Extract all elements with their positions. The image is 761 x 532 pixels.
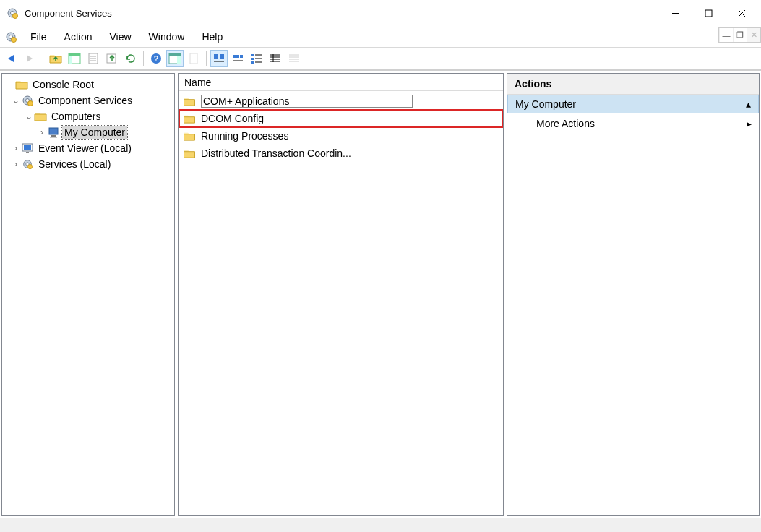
tree-component-services[interactable]: ⌄ Component Services <box>4 93 173 108</box>
status-bar <box>0 518 761 532</box>
tree-computers[interactable]: ⌄ Computers <box>4 108 173 124</box>
menu-bar: File Action View Window Help — ❐ ✕ <box>0 26 761 48</box>
minimize-button[interactable] <box>658 1 692 25</box>
tree-label: My Computer <box>62 126 127 139</box>
view-detail2-button <box>285 50 303 67</box>
mdi-minimize[interactable]: — <box>719 28 733 42</box>
tree-label: Console Root <box>30 78 96 91</box>
actions-item-label: More Actions <box>536 118 595 129</box>
app-icon <box>6 7 19 20</box>
menu-help[interactable]: Help <box>193 28 231 46</box>
tree-services-local[interactable]: › Services (Local) <box>4 156 173 172</box>
list-column-header-name[interactable]: Name <box>179 74 503 91</box>
view-large-icons-button[interactable] <box>210 50 228 67</box>
list-item-label: DCOM Config <box>201 113 264 124</box>
tree-label: Computers <box>49 110 103 123</box>
menu-action[interactable]: Action <box>56 28 101 46</box>
folder-icon <box>183 130 196 142</box>
menu-window[interactable]: Window <box>140 28 194 46</box>
expander-icon[interactable]: ⌄ <box>24 111 34 121</box>
folder-icon <box>183 147 196 159</box>
svg-rect-24 <box>169 53 181 56</box>
menu-view[interactable]: View <box>100 28 139 46</box>
tree-label: Event Viewer (Local) <box>36 142 134 155</box>
tree-my-computer[interactable]: › My Computer <box>4 124 173 140</box>
tree-label: Services (Local) <box>36 158 113 171</box>
list-item[interactable]: Distributed Transaction Coordin... <box>179 145 503 162</box>
doc-icon <box>4 30 17 43</box>
svg-rect-32 <box>240 55 243 58</box>
actions-more-actions[interactable]: More Actions ▸ <box>507 113 759 134</box>
tree-console-root[interactable]: Console Root <box>4 77 173 93</box>
mdi-close[interactable]: ✕ <box>747 28 760 42</box>
gear-icon <box>21 95 34 106</box>
svg-rect-35 <box>251 58 254 60</box>
svg-rect-30 <box>233 55 236 58</box>
expander-icon[interactable]: › <box>11 143 21 153</box>
tree-event-viewer[interactable]: › Event Viewer (Local) <box>4 140 173 156</box>
list-item[interactable]: DCOM Config <box>179 110 503 127</box>
tree-label: Component Services <box>36 94 134 107</box>
folder-icon <box>34 111 47 122</box>
chevron-right-icon: ▸ <box>747 118 752 129</box>
svg-rect-20 <box>107 54 116 63</box>
gear-icon <box>21 158 34 170</box>
new-button <box>185 50 202 67</box>
expander-icon[interactable]: › <box>37 127 47 137</box>
show-hide-tree-button[interactable] <box>66 50 83 67</box>
collapse-icon[interactable]: ▴ <box>746 98 751 110</box>
folder-icon <box>183 95 196 107</box>
back-button[interactable] <box>3 50 20 67</box>
mdi-controls: — ❐ ✕ <box>718 27 761 43</box>
expander-icon[interactable]: › <box>11 159 21 169</box>
export-list-button[interactable] <box>103 50 121 67</box>
list-item[interactable]: COM+ Applications <box>179 93 503 110</box>
tree-pane[interactable]: Console Root ⌄ Component Services ⌄ Comp… <box>1 73 175 516</box>
svg-rect-26 <box>190 53 197 64</box>
view-detail-button[interactable] <box>267 50 284 67</box>
toolbar: ? <box>0 48 761 71</box>
svg-rect-27 <box>214 54 218 59</box>
maximize-button[interactable] <box>692 1 725 25</box>
svg-rect-10 <box>705 10 712 17</box>
menu-file[interactable]: File <box>22 28 56 46</box>
svg-rect-28 <box>220 54 224 59</box>
folder-icon <box>183 113 196 124</box>
svg-rect-14 <box>69 53 80 56</box>
show-hide-actions-button[interactable] <box>166 50 184 67</box>
actions-section-label: My Computer <box>515 98 576 110</box>
window-title: Component Services <box>25 8 112 19</box>
actions-title: Actions <box>507 74 759 95</box>
monitor-icon <box>21 142 34 154</box>
column-header-label: Name <box>184 77 211 88</box>
expander-icon[interactable]: ⌄ <box>11 95 21 106</box>
refresh-button[interactable] <box>122 50 139 67</box>
properties-button[interactable] <box>85 50 102 67</box>
title-bar: Component Services <box>0 0 761 26</box>
list-item-label: COM+ Applications <box>201 95 413 108</box>
actions-pane: Actions My Computer ▴ More Actions ▸ <box>507 73 760 516</box>
svg-rect-36 <box>251 61 254 64</box>
svg-rect-34 <box>251 54 254 56</box>
list-item-label: Running Processes <box>201 130 288 142</box>
list-item-label: Distributed Transaction Coordin... <box>201 147 351 159</box>
view-list-button[interactable] <box>248 50 265 67</box>
list-body: COM+ ApplicationsDCOM ConfigRunning Proc… <box>179 91 503 163</box>
list-pane[interactable]: Name COM+ ApplicationsDCOM ConfigRunning… <box>178 73 504 516</box>
svg-text:?: ? <box>154 54 159 63</box>
close-button[interactable] <box>725 1 758 25</box>
up-button[interactable] <box>47 50 64 67</box>
main-area: Console Root ⌄ Component Services ⌄ Comp… <box>0 71 761 518</box>
help-button[interactable]: ? <box>147 50 165 67</box>
computer-icon <box>47 126 60 138</box>
mdi-restore[interactable]: ❐ <box>733 28 747 42</box>
svg-rect-15 <box>69 56 72 64</box>
list-item[interactable]: Running Processes <box>179 127 503 145</box>
svg-rect-25 <box>177 56 181 64</box>
view-small-icons-button[interactable] <box>229 50 246 67</box>
actions-section-header[interactable]: My Computer ▴ <box>507 95 759 113</box>
forward-button[interactable] <box>22 50 39 67</box>
svg-rect-31 <box>236 55 239 58</box>
folder-icon <box>15 79 28 90</box>
